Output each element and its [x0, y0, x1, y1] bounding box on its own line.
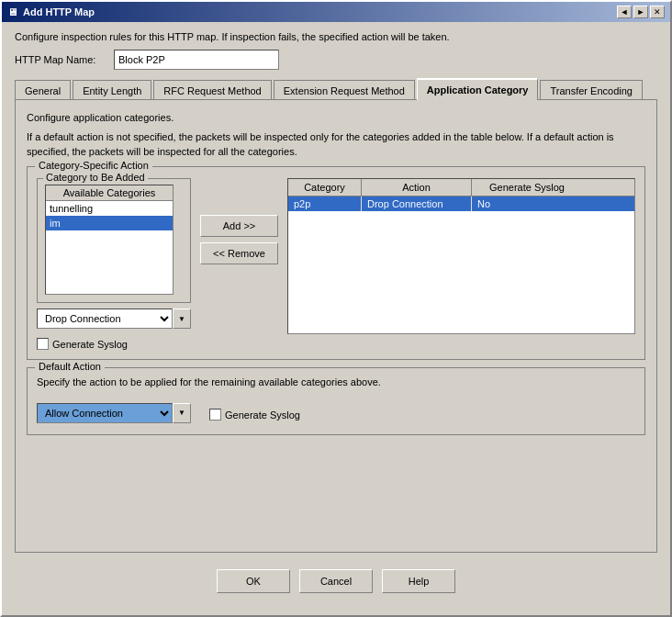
col-action: Action	[362, 179, 472, 196]
tab-extension-request-method[interactable]: Extension Request Method	[274, 80, 415, 100]
info-text-1: Configure application categories.	[27, 111, 645, 125]
ok-button[interactable]: OK	[217, 569, 290, 593]
action-dropdown[interactable]: Drop Connection Allow Connection Reset	[37, 308, 173, 329]
category-specific-layout: Category to Be Added Available Categorie…	[37, 178, 635, 350]
window-body: Configure inspection rules for this HTTP…	[2, 22, 670, 615]
middle-panel: Add >> << Remove	[200, 178, 278, 264]
tabs-container: General Entity Length RFC Request Method…	[15, 77, 657, 553]
tab-transfer-encoding[interactable]: Transfer Encoding	[540, 80, 642, 100]
main-description: Configure inspection rules for this HTTP…	[15, 31, 657, 42]
table-header: Category Action Generate Syslog	[288, 179, 634, 196]
default-action-dropdown[interactable]: Allow Connection Drop Connection Reset	[37, 403, 173, 423]
td-action: Drop Connection	[362, 196, 472, 211]
tab-application-category[interactable]: Application Category	[417, 78, 539, 100]
default-action-dropdown-arrow[interactable]: ▼	[173, 403, 191, 423]
category-specific-group: Category-Specific Action Category to Be …	[27, 166, 645, 360]
table-row-p2p[interactable]: p2p Drop Connection No	[288, 196, 634, 211]
main-window: 🖥 Add HTTP Map ◄ ► ✕ Configure inspectio…	[0, 0, 672, 617]
tab-entity-length[interactable]: Entity Length	[73, 80, 151, 100]
categories-table: Category Action Generate Syslog p2p Drop…	[287, 178, 635, 334]
col-generate-syslog: Generate Syslog	[472, 179, 582, 196]
generate-syslog-left-checkbox[interactable]	[37, 338, 49, 350]
generate-syslog-left-row: Generate Syslog	[37, 338, 191, 350]
category-to-be-added-label: Category to Be Added	[43, 172, 148, 183]
left-panel: Category to Be Added Available Categorie…	[37, 178, 191, 350]
tab-rfc-request-method[interactable]: RFC Request Method	[153, 80, 271, 100]
remove-button[interactable]: << Remove	[200, 242, 278, 264]
tab-general[interactable]: General	[15, 80, 71, 100]
generate-syslog-left-label: Generate Syslog	[52, 339, 128, 350]
col-category: Category	[288, 179, 362, 196]
generate-syslog-right-label: Generate Syslog	[225, 409, 300, 421]
http-map-name-input[interactable]	[114, 50, 279, 70]
action-dropdown-row: Drop Connection Allow Connection Reset ▼	[37, 308, 191, 329]
http-map-name-label: HTTP Map Name:	[15, 54, 106, 65]
bottom-bar: OK Cancel Help	[15, 560, 657, 606]
available-categories-header: Available Categories	[46, 185, 173, 201]
close-button[interactable]: ✕	[650, 6, 665, 18]
cancel-button[interactable]: Cancel	[299, 569, 373, 593]
default-action-group-label: Default Action	[35, 361, 105, 372]
generate-syslog-right-checkbox[interactable]	[209, 409, 221, 421]
tab-content-application-category: Configure application categories. If a d…	[15, 99, 657, 553]
td-category: p2p	[288, 196, 362, 211]
default-action-row: Allow Connection Drop Connection Reset ▼…	[37, 403, 635, 423]
td-generate-syslog: No	[472, 196, 582, 211]
title-bar-left: 🖥 Add HTTP Map	[7, 6, 95, 17]
available-categories-list[interactable]: Available Categories tunnelling im	[45, 185, 174, 295]
help-button[interactable]: Help	[382, 569, 455, 593]
forward-button[interactable]: ►	[633, 6, 648, 18]
window-icon: 🖥	[7, 6, 17, 17]
default-action-content: Specify the action to be applied for the…	[37, 376, 635, 422]
title-bar-controls: ◄ ► ✕	[617, 6, 665, 18]
default-action-description: Specify the action to be applied for the…	[37, 376, 635, 389]
generate-syslog-right-row: Generate Syslog	[209, 409, 300, 421]
category-specific-label: Category-Specific Action	[35, 160, 152, 171]
tab-bar: General Entity Length RFC Request Method…	[15, 77, 657, 99]
action-dropdown-arrow[interactable]: ▼	[173, 308, 191, 329]
category-to-be-added-group: Category to Be Added Available Categorie…	[37, 178, 191, 303]
window-title: Add HTTP Map	[23, 6, 95, 17]
info-text-2: If a default action is not specified, th…	[27, 130, 645, 159]
back-button[interactable]: ◄	[617, 6, 632, 18]
list-item-tunnelling[interactable]: tunnelling	[46, 201, 173, 216]
default-action-dropdown-container: Allow Connection Drop Connection Reset ▼	[37, 403, 191, 423]
add-button[interactable]: Add >>	[200, 215, 278, 237]
list-item-im[interactable]: im	[46, 216, 173, 230]
title-bar: 🖥 Add HTTP Map ◄ ► ✕	[2, 2, 670, 22]
http-map-name-row: HTTP Map Name:	[15, 50, 657, 70]
default-action-group: Default Action Specify the action to be …	[27, 367, 645, 434]
